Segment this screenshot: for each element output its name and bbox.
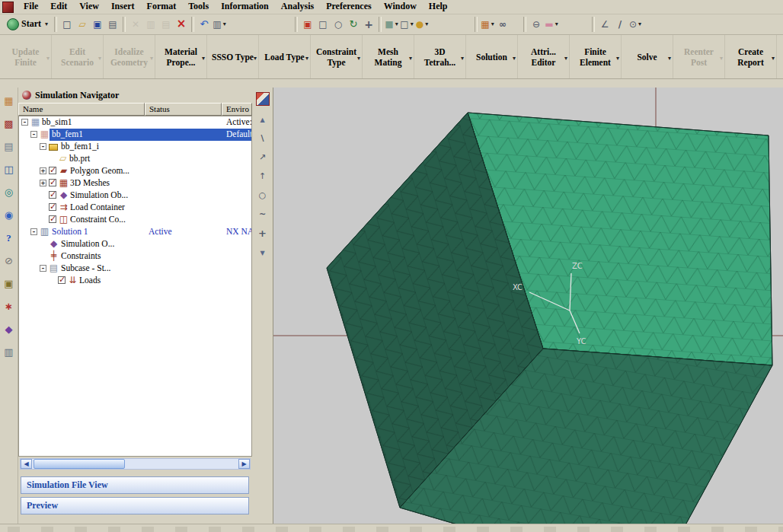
update-finite-button[interactable]: UpdateFinite [0,35,52,78]
menu-format[interactable]: Format [141,0,183,14]
hd3d-tools-button[interactable] [2,185,16,199]
column-status[interactable]: Status [145,103,222,116]
rotate-view-button[interactable] [346,17,361,31]
menu-help[interactable]: Help [423,0,454,14]
tree-row-solution-1[interactable]: - Solution 1 Active NX NAST [19,226,251,238]
erase-button[interactable]: ▾ [544,17,559,31]
checkbox-checked[interactable] [49,191,56,199]
expander-icon[interactable]: - [40,143,46,150]
start-button[interactable]: Start ▾ [3,17,52,32]
tree-row-bb-sim1[interactable]: - bb_sim1 Active: [19,116,251,129]
open-button[interactable] [75,17,90,31]
measure-button[interactable] [597,17,612,31]
selection-filter-icon[interactable] [256,92,270,106]
horizontal-scrollbar[interactable]: ◀ ▶ [20,458,251,470]
menu-preferences[interactable]: Preferences [320,0,378,14]
chevron-down-icon[interactable] [513,52,516,64]
tree-row-subcase[interactable]: - Subcase - St... [19,263,251,275]
line-tool-button[interactable] [256,132,270,144]
chevron-down-icon[interactable] [720,52,723,64]
ssso-type-button[interactable]: SSSO Type [207,35,259,78]
reenter-post-button[interactable]: ReenterPost [673,35,725,78]
expander-icon[interactable]: - [40,265,46,272]
chevron-down-icon[interactable] [772,52,775,64]
simulation-file-view-bar[interactable]: Simulation File View [21,476,249,494]
chevron-down-icon[interactable] [616,52,619,64]
zoom-out-button[interactable] [529,17,544,31]
chevron-down-icon[interactable] [98,52,101,64]
scrollbar-thumb[interactable] [34,459,125,469]
meshed-cube-model[interactable] [327,113,772,524]
expander-icon[interactable]: + [40,180,46,186]
help-button[interactable] [2,231,16,244]
roles-button[interactable] [2,322,16,336]
attribute-editor-button[interactable]: Attri...Editor [518,35,570,78]
sketch-button[interactable] [612,17,628,31]
tree-row-constraints[interactable]: Constraints [19,250,251,263]
chevron-down-icon[interactable] [305,52,308,64]
reuse-library-button[interactable] [2,162,16,176]
cut-button[interactable] [128,17,143,31]
tree-row-simulation-objects[interactable]: Simulation Ob... [19,190,251,202]
point-tool-button[interactable] [256,227,270,239]
tree-row-polygon-geometry[interactable]: + Polygon Geom... [19,165,251,177]
process-studio-button[interactable] [2,299,16,313]
chevron-down-icon[interactable] [461,52,464,64]
constraint-type-button[interactable]: ConstraintType [311,35,363,78]
checkbox-checked[interactable] [49,215,56,223]
render-style-button[interactable]: ▾ [414,17,430,31]
display-update-button[interactable]: ▾ [212,17,227,31]
finite-element-button[interactable]: FiniteElement [570,35,622,78]
chevron-down-icon[interactable] [254,52,257,64]
chevron-down-icon[interactable] [564,52,567,64]
expander-icon[interactable]: - [30,228,37,235]
checkbox-checked[interactable] [49,167,56,174]
assembly-navigator-button[interactable] [2,94,16,107]
save-button[interactable] [90,17,105,31]
solution-button[interactable]: Solution [466,35,518,78]
chevron-down-icon[interactable] [202,52,205,64]
snap-point-button[interactable]: ▾ [628,17,643,31]
system-scenes-button[interactable] [2,345,16,358]
mesh-mating-button[interactable]: MeshMating [363,35,414,78]
circle-tool-button[interactable] [256,189,270,201]
menu-view[interactable]: View [73,0,105,14]
pan-button[interactable] [361,17,376,31]
solve-button[interactable]: Solve [622,35,673,78]
tree-row-bb-fem1-i[interactable]: - bb_fem1_i [19,141,251,153]
graphics-viewport[interactable]: ZC XC YC [273,88,783,524]
undo-button[interactable] [197,17,212,31]
menu-insert[interactable]: Insert [105,0,141,14]
menu-analysis[interactable]: Analysis [275,0,320,14]
tetrahedral-mesh-button[interactable]: 3DTetrah... [414,35,466,78]
edit-scenario-button[interactable]: EditScenario [52,35,104,78]
chevron-down-icon[interactable] [150,52,153,64]
new-file-button[interactable] [59,17,75,31]
axis-tool-button[interactable] [256,170,270,182]
expander-icon[interactable]: + [40,167,46,174]
checkbox-checked[interactable] [49,203,56,211]
checkbox-checked[interactable] [58,276,66,284]
chevron-down-icon[interactable] [46,52,50,64]
chevron-down-icon[interactable] [409,52,412,64]
part-navigator-button[interactable] [2,139,16,153]
tree-row-3d-meshes[interactable]: + 3D Meshes [19,177,251,190]
column-environment[interactable]: Enviro [222,103,252,116]
expander-icon[interactable]: - [30,131,37,138]
menu-tools[interactable]: Tools [182,0,215,14]
menu-window[interactable]: Window [378,0,423,14]
tree-row-bb-prt[interactable]: bb.prt [19,153,251,165]
shaded-view-button[interactable]: ▾ [384,17,399,31]
paste-button[interactable] [158,17,174,31]
load-type-button[interactable]: Load Type [259,35,311,78]
palettes-button[interactable] [2,276,16,290]
viewport-canvas[interactable]: ZC XC YC [273,88,783,524]
menu-information[interactable]: Information [215,0,275,14]
expander-icon[interactable]: - [21,119,28,126]
constraint-navigator-button[interactable] [2,116,16,130]
menu-file[interactable]: File [18,0,44,14]
print-button[interactable] [105,17,120,31]
scroll-up-button[interactable] [256,113,270,125]
scroll-left-button[interactable]: ◀ [21,459,32,469]
zoom-button[interactable] [331,17,346,31]
